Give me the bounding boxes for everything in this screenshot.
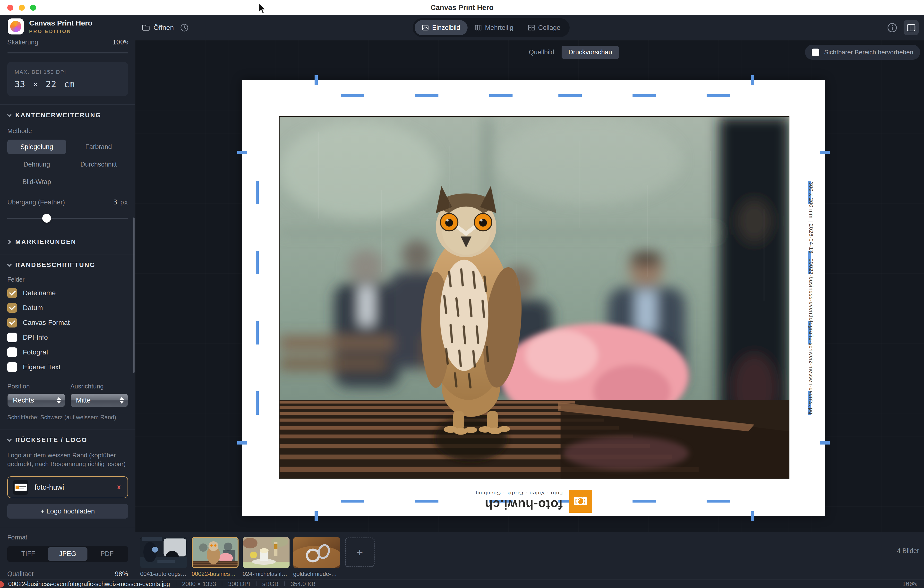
method-dehnung-button[interactable]: Dehnung xyxy=(7,157,66,171)
mode-segmented-control: Einzelbild Mehrteilig Collage xyxy=(412,18,569,37)
field-label: Canvas-Format xyxy=(23,319,70,326)
status-filesize: 354.0 KB xyxy=(290,580,315,588)
app-edition-badge: PRO EDITION xyxy=(29,29,92,34)
print-preview-sheet[interactable]: 300 x 200 mm | 2026-04-13 | 00022-busine… xyxy=(242,80,825,516)
tab-collage[interactable]: Collage xyxy=(521,20,568,35)
fold-mark xyxy=(706,500,730,502)
field-fotograf[interactable]: Fotograf xyxy=(7,348,128,357)
scaling-slider[interactable] xyxy=(7,53,128,53)
thumbnail-label: goldschmiede-ange... xyxy=(293,570,340,577)
section-randbeschriftung[interactable]: RANDBESCHRIFTUNG xyxy=(7,261,128,269)
checkbox-unchecked-icon[interactable] xyxy=(7,362,17,372)
tab-druckvorschau[interactable]: Druckvorschau xyxy=(562,46,619,59)
format-label: Format xyxy=(7,534,128,541)
method-buttons: Spiegelung Farbrand Dehnung Durchschnitt… xyxy=(7,140,128,189)
thumbnail-image xyxy=(293,537,340,568)
section-randbeschriftung-label: RANDBESCHRIFTUNG xyxy=(15,261,96,269)
checkbox-checked-icon[interactable] xyxy=(7,288,17,298)
scaling-value: 100% xyxy=(112,40,128,46)
fold-mark xyxy=(415,94,439,97)
format-tiff-button[interactable]: TIFF xyxy=(8,547,48,561)
fold-mark xyxy=(256,391,259,415)
open-button-label: Öffnen xyxy=(153,24,174,31)
back-logo-text: foto-huwi.ch xyxy=(475,497,563,512)
select-arrows-icon xyxy=(56,397,61,404)
feather-slider[interactable] xyxy=(7,214,128,222)
thumbnail-business-event-selected[interactable] xyxy=(191,537,239,568)
method-farbrand-button[interactable]: Farbrand xyxy=(69,140,128,154)
canvas-workspace: Quellbild Druckvorschau Sichtbarer Berei… xyxy=(135,40,924,532)
field-dpi-info[interactable]: DPI-Info xyxy=(7,333,128,342)
checkbox-unchecked-icon[interactable] xyxy=(812,49,819,56)
add-image-button[interactable]: + xyxy=(345,537,375,567)
thumbnail-label-selected: 00022-business-ev... xyxy=(191,570,239,577)
multi-panel-icon xyxy=(475,25,482,31)
thumbnail-goldschmiede[interactable] xyxy=(293,537,340,568)
position-select[interactable]: Rechts xyxy=(7,394,65,407)
method-durchschnitt-button[interactable]: Durchschnitt xyxy=(69,157,128,171)
info-icon[interactable] xyxy=(887,23,897,33)
open-button[interactable]: Öffnen xyxy=(142,15,174,40)
field-dateiname[interactable]: Dateiname xyxy=(7,288,128,298)
checkbox-unchecked-icon[interactable] xyxy=(7,348,17,357)
tab-collage-label: Collage xyxy=(538,24,561,31)
tab-quellbild[interactable]: Quellbild xyxy=(529,49,554,56)
field-canvas-format[interactable]: Canvas-Format xyxy=(7,318,128,328)
feather-value: 3 xyxy=(113,198,117,206)
chevron-down-icon xyxy=(7,437,12,441)
sidebar: Skalierung 100% MAX. BEI 150 DPI 33 × 22… xyxy=(0,40,135,580)
sidebar-toggle-button[interactable] xyxy=(904,20,919,35)
image-count-label: 4 Bilder xyxy=(897,547,919,555)
section-rueckseite-logo-label: RÜCKSEITE / LOGO xyxy=(15,436,87,444)
back-logo-tagline: Foto · Video · Grafik · Coaching xyxy=(475,491,563,496)
highlight-visible-area-toggle[interactable]: Sichtbarer Bereich hervorheben xyxy=(805,44,920,60)
quality-row: Qualitaet 98% xyxy=(7,570,128,578)
logo-list-item[interactable]: foto-huwi x xyxy=(7,476,128,498)
tab-einzelbild[interactable]: Einzelbild xyxy=(415,20,468,35)
checkbox-checked-icon[interactable] xyxy=(7,303,17,313)
field-label: Fotograf xyxy=(23,348,48,356)
feather-label: Übergang (Feather) xyxy=(7,199,65,206)
format-segmented-control: TIFF JPEG PDF xyxy=(7,546,128,562)
titlebar: Canvas Print Hero xyxy=(0,0,924,15)
checkbox-unchecked-icon[interactable] xyxy=(7,333,17,342)
logo-name: foto-huwi xyxy=(35,483,116,491)
field-eigener-text[interactable]: Eigener Text xyxy=(7,362,128,372)
feather-slider-knob[interactable] xyxy=(42,214,51,222)
field-label: Eigener Text xyxy=(23,363,61,371)
field-datum[interactable]: Datum xyxy=(7,303,128,313)
alignment-select-value: Mitte xyxy=(76,397,91,404)
scaling-label: Skalierung xyxy=(7,40,38,46)
thumbnail-michelas[interactable] xyxy=(243,537,290,568)
field-label: Datum xyxy=(23,304,43,312)
section-rueckseite-logo[interactable]: RÜCKSEITE / LOGO xyxy=(7,436,128,444)
section-kantenerweiterung[interactable]: KANTENERWEITERUNG xyxy=(7,112,128,119)
format-jpeg-button[interactable]: JPEG xyxy=(48,547,87,561)
remove-logo-button[interactable]: x xyxy=(116,483,122,491)
chevron-right-icon xyxy=(7,240,11,244)
max-size-value: 33 × 22 cm xyxy=(15,79,121,89)
field-label: Dateiname xyxy=(23,289,56,297)
status-zoom-level: 100% xyxy=(902,580,917,588)
divider xyxy=(0,104,135,105)
format-pdf-button[interactable]: PDF xyxy=(87,547,127,561)
filmstrip: 0041-auto eugster ... 00022-business-ev.… xyxy=(135,532,924,580)
status-dimensions: 2000 × 1333 xyxy=(182,580,216,588)
thumbnail-auto-eugster[interactable] xyxy=(140,537,187,568)
section-markierungen[interactable]: MARKIERUNGEN xyxy=(7,238,128,246)
method-bildwrap-button[interactable]: Bild-Wrap xyxy=(7,175,66,189)
fold-mark xyxy=(415,500,439,502)
chevron-down-icon xyxy=(7,262,12,267)
fold-mark xyxy=(820,441,830,445)
alignment-select[interactable]: Mitte xyxy=(71,394,128,407)
checkbox-checked-icon[interactable] xyxy=(7,318,17,328)
history-button[interactable] xyxy=(180,15,188,40)
tab-mehrteilig[interactable]: Mehrteilig xyxy=(467,20,521,35)
method-spiegelung-button[interactable]: Spiegelung xyxy=(7,140,66,154)
toolbar-right xyxy=(887,15,919,40)
fields-list: Dateiname Datum Canvas-Format DPI-Info F… xyxy=(7,288,128,372)
upload-logo-button[interactable]: + Logo hochladen xyxy=(7,504,128,519)
view-toggle: Quellbild Druckvorschau xyxy=(529,46,619,59)
status-filename: 00022-business-eventfotografie-schweiz-m… xyxy=(8,580,170,588)
sidebar-scrollbar[interactable] xyxy=(133,217,135,373)
